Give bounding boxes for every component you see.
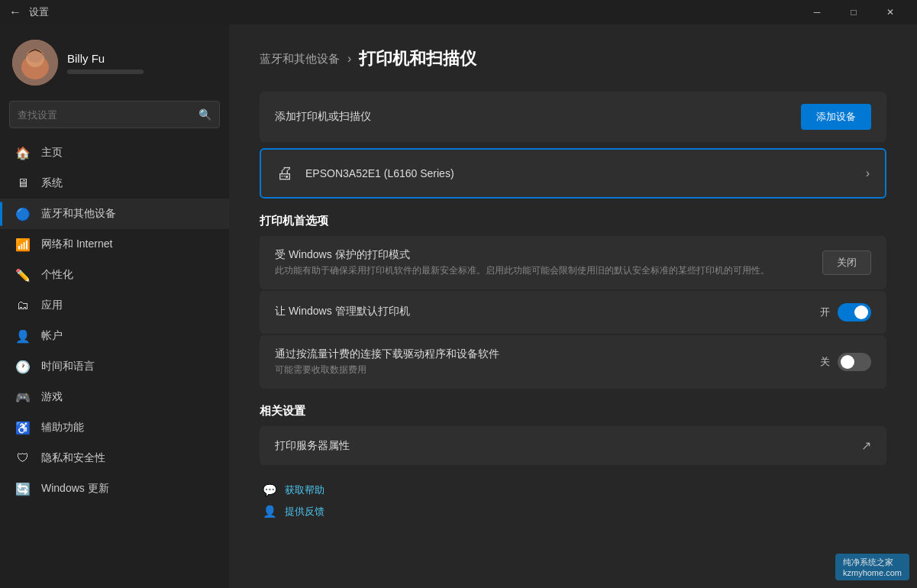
bluetooth-icon: 🔵 (15, 206, 31, 221)
sidebar-item-time[interactable]: 🕐时间和语言 (0, 351, 229, 382)
sidebar-item-label-update: Windows 更新 (41, 482, 109, 496)
sidebar-item-label-accessibility: 辅助功能 (41, 421, 84, 435)
footer-links: 💬获取帮助👤提供反馈 (260, 483, 886, 519)
home-icon: 🏠 (15, 145, 31, 160)
toggle-thumb-2 (854, 305, 868, 319)
toggle-label-2: 开 (820, 305, 830, 319)
setting-control-1: 关闭 (822, 250, 871, 275)
printer-item[interactable]: 🖨 EPSON3A52E1 (L6160 Series) › (260, 148, 886, 199)
user-profile[interactable]: Billy Fu (0, 24, 229, 101)
toggle-track-3[interactable] (838, 353, 871, 371)
update-icon: 🔄 (15, 481, 31, 496)
window-controls: ─ □ ✕ (799, 0, 908, 24)
sidebar-item-label-system: 系统 (41, 176, 63, 190)
system-icon: 🖥 (15, 176, 31, 191)
sidebar-item-accounts[interactable]: 👤帐户 (0, 321, 229, 351)
sidebar-item-home[interactable]: 🏠主页 (0, 137, 229, 168)
setting-row-metered: 通过按流量计费的连接下载驱动程序和设备软件 可能需要收取数据费用 关 (260, 335, 886, 389)
breadcrumb-separator: › (347, 52, 351, 66)
avatar (12, 40, 58, 86)
titlebar: ← 设置 ─ □ ✕ (0, 0, 917, 24)
user-status-bar (67, 69, 144, 74)
printer-chevron-icon: › (866, 166, 870, 180)
sidebar-item-network[interactable]: 📶网络和 Internet (0, 229, 229, 260)
footer-link-icon: 💬 (263, 483, 277, 497)
breadcrumb-current: 打印机和扫描仪 (359, 47, 476, 70)
personalization-icon: ✏️ (15, 267, 31, 283)
minimize-button[interactable]: ─ (799, 0, 835, 24)
toggle-track-2[interactable] (838, 303, 871, 321)
section-related-title: 相关设置 (260, 404, 886, 418)
sidebar-item-label-gaming: 游戏 (41, 390, 63, 404)
setting-row-protected-print: 受 Windows 保护的打印模式 此功能有助于确保采用打印机软件的最新安全标准… (260, 236, 886, 289)
sidebar-item-gaming[interactable]: 🎮游戏 (0, 382, 229, 412)
sidebar-item-label-accounts: 帐户 (41, 329, 63, 343)
setting-label-1: 受 Windows 保护的打印模式 (275, 248, 810, 262)
printer-icon: 🖨 (276, 163, 293, 183)
back-button[interactable]: ← (9, 5, 21, 19)
setting-desc-1: 此功能有助于确保采用打印机软件的最新安全标准。启用此功能可能会限制使用旧的默认安… (275, 264, 810, 277)
add-printer-label: 添加打印机或扫描仪 (275, 110, 801, 124)
sidebar-item-label-time: 时间和语言 (41, 360, 95, 373)
sidebar-item-label-home: 主页 (41, 146, 63, 160)
sidebar-item-personalization[interactable]: ✏️个性化 (0, 260, 229, 290)
user-name: Billy Fu (67, 52, 144, 65)
sidebar: Billy Fu 🔍 🏠主页🖥系统🔵蓝牙和其他设备📶网络和 Internet✏️… (0, 24, 229, 588)
add-device-button[interactable]: 添加设备 (801, 104, 871, 130)
maximize-button[interactable]: □ (836, 0, 871, 24)
footer-link-提供反馈[interactable]: 👤提供反馈 (263, 505, 886, 519)
watermark: 纯净系统之家kzmyhome.com (835, 554, 909, 580)
printer-name: EPSON3A52E1 (L6160 Series) (305, 167, 854, 179)
setting-control-2: 开 (820, 303, 871, 321)
close-button[interactable]: ✕ (873, 0, 908, 24)
section-preferences-title: 打印机首选项 (260, 214, 886, 228)
setting-text-2: 让 Windows 管理默认打印机 (275, 305, 808, 321)
sidebar-item-apps[interactable]: 🗂应用 (0, 290, 229, 321)
search-container: 🔍 (0, 101, 229, 137)
sidebar-item-accessibility[interactable]: ♿辅助功能 (0, 412, 229, 443)
footer-link-label: 获取帮助 (285, 483, 325, 497)
toggle-metered[interactable] (838, 353, 871, 371)
network-icon: 📶 (15, 237, 31, 252)
sidebar-item-label-bluetooth: 蓝牙和其他设备 (41, 207, 116, 221)
footer-link-icon: 👤 (263, 505, 277, 519)
user-info: Billy Fu (67, 52, 144, 74)
search-box[interactable]: 🔍 (9, 101, 220, 128)
search-icon: 🔍 (199, 108, 211, 121)
setting-text-3: 通过按流量计费的连接下载驱动程序和设备软件 可能需要收取数据费用 (275, 347, 808, 376)
toggle-thumb-3 (841, 355, 854, 369)
external-link-icon: ↗ (861, 438, 871, 453)
setting-text-1: 受 Windows 保护的打印模式 此功能有助于确保采用打印机软件的最新安全标准… (275, 248, 810, 277)
sidebar-item-bluetooth[interactable]: 🔵蓝牙和其他设备 (0, 199, 229, 229)
sidebar-item-privacy[interactable]: 🛡隐私和安全性 (0, 443, 229, 473)
app-title: 设置 (29, 5, 49, 19)
sidebar-item-label-network: 网络和 Internet (41, 237, 112, 251)
toggle-label-3: 关 (820, 355, 830, 369)
sidebar-item-label-personalization: 个性化 (41, 268, 73, 282)
setting-row-manage-printer: 让 Windows 管理默认打印机 开 (260, 291, 886, 334)
accessibility-icon: ♿ (15, 420, 31, 435)
sidebar-item-label-privacy: 隐私和安全性 (41, 451, 105, 465)
footer-link-label: 提供反馈 (285, 505, 325, 519)
accounts-icon: 👤 (15, 328, 31, 344)
breadcrumb: 蓝牙和其他设备 › 打印机和扫描仪 (260, 47, 886, 70)
setting-label-2: 让 Windows 管理默认打印机 (275, 305, 808, 318)
setting-control-3: 关 (820, 353, 871, 371)
add-printer-row: 添加打印机或扫描仪 添加设备 (260, 92, 886, 142)
footer-link-获取帮助[interactable]: 💬获取帮助 (263, 483, 886, 497)
sidebar-item-label-apps: 应用 (41, 299, 63, 312)
toggle-manage-printer[interactable] (838, 303, 871, 321)
setting-label-3: 通过按流量计费的连接下载驱动程序和设备软件 (275, 347, 808, 361)
apps-icon: 🗂 (15, 298, 31, 313)
related-label: 打印服务器属性 (275, 439, 852, 453)
sidebar-item-system[interactable]: 🖥系统 (0, 168, 229, 199)
related-settings-row[interactable]: 打印服务器属性 ↗ (260, 426, 886, 465)
breadcrumb-parent[interactable]: 蓝牙和其他设备 (260, 52, 340, 66)
setting-desc-3: 可能需要收取数据费用 (275, 363, 808, 376)
sidebar-item-update[interactable]: 🔄Windows 更新 (0, 473, 229, 504)
search-input[interactable] (18, 109, 192, 121)
nav-list: 🏠主页🖥系统🔵蓝牙和其他设备📶网络和 Internet✏️个性化🗂应用👤帐户🕐时… (0, 137, 229, 504)
protected-print-button[interactable]: 关闭 (822, 250, 871, 275)
privacy-icon: 🛡 (15, 451, 31, 466)
time-icon: 🕐 (15, 359, 31, 374)
